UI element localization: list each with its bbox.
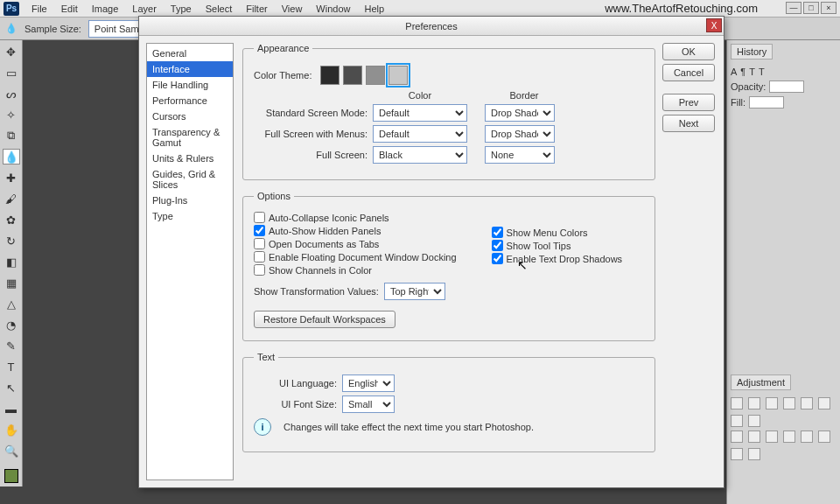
adj-icon[interactable] [731, 397, 743, 410]
adj-icon[interactable] [801, 430, 813, 443]
cat-transparency[interactable]: Transparency & Gamut [147, 124, 233, 150]
theme-swatch-2[interactable] [366, 66, 385, 85]
fs-color[interactable]: Black [373, 146, 467, 164]
adj-icon[interactable] [731, 415, 743, 427]
ui-language-select[interactable]: English [342, 374, 395, 392]
crop-tool[interactable]: ⧉ [3, 128, 20, 144]
chk-auto-show[interactable]: Auto-Show Hidden Panels [254, 225, 457, 236]
ok-button[interactable]: OK [662, 43, 715, 60]
pen-tool[interactable]: ✎ [3, 338, 20, 354]
text-group: Text UI Language:English UI Font Size:Sm… [242, 352, 655, 452]
adj-icon[interactable] [748, 430, 760, 443]
adj-icon[interactable] [783, 430, 795, 443]
gradient-tool[interactable]: ▦ [3, 275, 20, 290]
theme-swatch-0[interactable] [320, 66, 340, 85]
menu-view[interactable]: View [275, 4, 310, 14]
cat-cursors[interactable]: Cursors [147, 108, 233, 124]
transform-select[interactable]: Top Right [384, 283, 445, 300]
cat-type[interactable]: Type [147, 208, 233, 224]
menu-select[interactable]: Select [199, 4, 240, 14]
adj-icon[interactable] [731, 430, 743, 443]
theme-swatch-3[interactable] [388, 66, 408, 85]
adj-icon[interactable] [766, 397, 778, 410]
shape-tool[interactable]: ▬ [3, 401, 20, 416]
cat-units[interactable]: Units & Rulers [147, 150, 233, 166]
cat-guides[interactable]: Guides, Grid & Slices [147, 166, 233, 192]
para-icon[interactable]: ¶ [740, 66, 746, 77]
move-tool[interactable]: ✥ [3, 44, 20, 60]
cancel-button[interactable]: Cancel [662, 64, 715, 81]
zoom-tool[interactable]: 🔍 [3, 443, 20, 458]
fill-input[interactable] [749, 96, 784, 108]
eyedropper-tool[interactable]: 💧 [3, 149, 20, 164]
lasso-tool[interactable]: ᔕ [3, 86, 20, 102]
foreground-swatch[interactable] [4, 469, 18, 483]
next-button[interactable]: Next [662, 115, 715, 132]
chk-open-tabs[interactable]: Open Documents as Tabs [254, 238, 457, 249]
cat-file-handling[interactable]: File Handling [147, 77, 233, 93]
chk-auto-collapse[interactable]: Auto-Collapse Iconic Panels [254, 212, 457, 223]
opacity-label: Opacity: [731, 81, 766, 92]
menu-help[interactable]: Help [357, 4, 391, 14]
menu-image[interactable]: Image [85, 4, 126, 14]
menu-edit[interactable]: Edit [54, 4, 85, 14]
adj-icon[interactable] [748, 415, 760, 427]
theme-swatch-1[interactable] [343, 66, 362, 85]
watermark-url: www.TheArtofRetouching.com [605, 2, 758, 15]
fs-menus-border[interactable]: Drop Shadow [485, 125, 555, 143]
adj-icon[interactable] [818, 430, 830, 443]
cat-performance[interactable]: Performance [147, 93, 233, 108]
border-header: Border [485, 90, 564, 101]
cat-interface[interactable]: Interface [147, 61, 233, 77]
blur-tool[interactable]: △ [3, 296, 20, 312]
menu-window[interactable]: Window [309, 4, 357, 14]
chk-text-shadows[interactable]: Enable Text Drop Shadows [492, 253, 623, 264]
type-tool[interactable]: T [3, 359, 20, 374]
menu-type[interactable]: Type [164, 4, 199, 14]
adj-icon[interactable] [748, 448, 760, 460]
cat-plugins[interactable]: Plug-Ins [147, 192, 233, 208]
opacity-input[interactable] [769, 80, 804, 93]
dialog-titlebar[interactable]: Preferences X [139, 17, 724, 36]
chk-floating-dock[interactable]: Enable Floating Document Window Docking [254, 251, 457, 262]
adj-icon[interactable] [818, 397, 830, 410]
menu-file[interactable]: File [24, 4, 54, 14]
color-header: Color [373, 90, 467, 101]
prev-button[interactable]: Prev [662, 94, 715, 111]
menu-layer[interactable]: Layer [125, 4, 164, 14]
cat-general[interactable]: General [147, 46, 233, 61]
history-tab[interactable]: History [731, 44, 773, 60]
history-brush-tool[interactable]: ↻ [3, 233, 20, 248]
wand-tool[interactable]: ✧ [3, 107, 20, 122]
char-icon[interactable]: A [731, 66, 737, 77]
stamp-tool[interactable]: ✿ [3, 212, 20, 228]
std-screen-color[interactable]: Default [373, 104, 467, 122]
dodge-tool[interactable]: ◔ [3, 317, 20, 332]
eraser-tool[interactable]: ◧ [3, 254, 20, 270]
fill-label: Fill: [731, 97, 746, 108]
chk-tool-tips[interactable]: Show Tool Tips [492, 240, 623, 251]
heal-tool[interactable]: ✚ [3, 170, 20, 186]
window-maximize-button[interactable]: □ [803, 2, 819, 14]
adj-icon[interactable] [731, 448, 743, 460]
brush-tool[interactable]: 🖌 [3, 191, 20, 206]
marquee-tool[interactable]: ▭ [3, 65, 20, 80]
chk-channels-color[interactable]: Show Channels in Color [254, 264, 457, 276]
menu-filter[interactable]: Filter [239, 4, 274, 14]
chk-menu-colors[interactable]: Show Menu Colors [492, 227, 623, 238]
adj-icon[interactable] [801, 397, 813, 410]
path-tool[interactable]: ↖ [3, 380, 20, 396]
std-screen-border[interactable]: Drop Shadow [485, 104, 555, 122]
adj-icon[interactable] [783, 397, 795, 410]
window-minimize-button[interactable]: — [786, 2, 802, 14]
adj-icon[interactable] [766, 430, 778, 443]
close-icon[interactable]: X [706, 18, 722, 32]
ui-font-select[interactable]: Small [342, 396, 395, 413]
hand-tool[interactable]: ✋ [3, 422, 20, 438]
adj-icon[interactable] [748, 397, 760, 410]
window-close-button[interactable]: × [821, 2, 836, 14]
restore-workspaces-button[interactable]: Restore Default Workspaces [254, 311, 396, 328]
adjustment-tab[interactable]: Adjustment [731, 374, 791, 390]
fs-border[interactable]: None [485, 146, 555, 164]
fs-menus-color[interactable]: Default [373, 125, 467, 143]
